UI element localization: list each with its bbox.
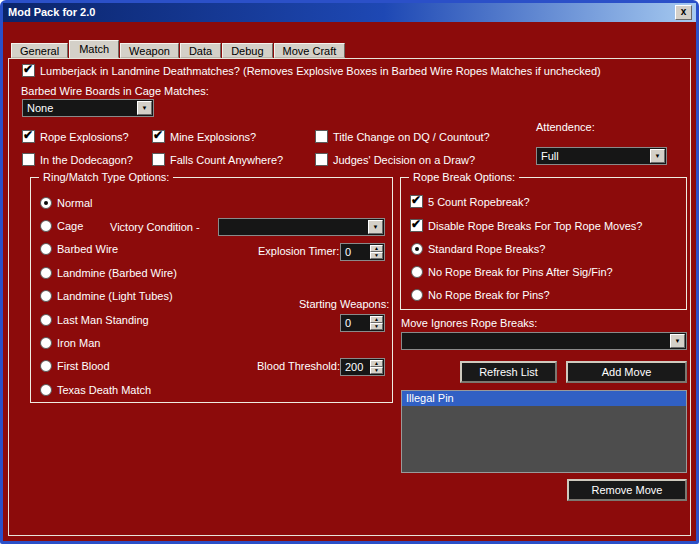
blood-threshold-label: Blood Threshold: <box>257 360 340 373</box>
radio-no-rope-break-pins-label: No Rope Break for Pins? <box>428 289 550 302</box>
tab-move-craft[interactable]: Move Craft <box>274 43 346 58</box>
mine-explosions-checkbox[interactable]: ✔ <box>152 130 165 143</box>
title-change-checkbox[interactable]: ✔ <box>315 130 328 143</box>
spinner-up-icon[interactable]: ▲ <box>370 360 383 367</box>
remove-move-button[interactable]: Remove Move <box>567 479 687 501</box>
five-count-ropebreak-checkbox[interactable]: ✔ <box>410 195 423 208</box>
attendence-value: Full <box>541 150 559 162</box>
check-icon: ✔ <box>411 217 421 231</box>
radio-iron-man-label: Iron Man <box>57 337 100 350</box>
window-title: Mod Pack for 2.0 <box>8 6 95 18</box>
radio-no-rope-break-sig-fin-label: No Rope Break for Pins After Sig/Fin? <box>428 266 613 279</box>
starting-weapons-label: Starting Weapons: <box>299 298 389 311</box>
chevron-down-icon[interactable]: ▼ <box>670 334 685 348</box>
move-ignores-label: Move Ignores Rope Breaks: <box>401 317 537 330</box>
chevron-down-icon[interactable]: ▼ <box>368 220 383 234</box>
lumberjack-checkbox[interactable]: ✔ <box>22 64 35 77</box>
attendence-label: Attendence: <box>536 121 595 134</box>
radio-texas-death-match[interactable] <box>40 384 52 396</box>
judges-decision-label: Judges' Decision on a Draw? <box>333 154 475 167</box>
add-move-button[interactable]: Add Move <box>566 361 687 383</box>
ring-match-group-title: Ring/Match Type Options: <box>39 171 173 183</box>
falls-count-checkbox[interactable]: ✔ <box>152 153 165 166</box>
cage-boards-dropdown[interactable]: None ▼ <box>22 99 154 117</box>
radio-iron-man[interactable] <box>40 337 52 349</box>
spinner-down-icon[interactable]: ▼ <box>370 367 383 374</box>
chevron-down-icon[interactable]: ▼ <box>650 149 665 163</box>
radio-first-blood-label: First Blood <box>57 360 110 373</box>
spinner-down-icon[interactable]: ▼ <box>370 252 383 259</box>
explosion-timer-input[interactable]: 0 ▲ ▼ <box>340 243 385 261</box>
title-change-label: Title Change on DQ / Countout? <box>333 131 490 144</box>
radio-standard-rope-breaks[interactable] <box>411 243 423 255</box>
tab-data[interactable]: Data <box>180 43 221 58</box>
starting-weapons-input[interactable]: 0 ▲ ▼ <box>340 314 385 332</box>
radio-landmine-tubes-label: Landmine (Light Tubes) <box>57 290 173 303</box>
tab-general[interactable]: General <box>11 43 68 58</box>
blood-threshold-value: 200 <box>345 361 363 373</box>
rope-break-group-title: Rope Break Options: <box>409 171 519 183</box>
disable-rope-breaks-checkbox[interactable]: ✔ <box>410 219 423 232</box>
falls-count-label: Falls Count Anywhere? <box>170 154 283 167</box>
radio-first-blood[interactable] <box>40 360 52 372</box>
tab-debug[interactable]: Debug <box>222 43 272 58</box>
tab-match[interactable]: Match <box>69 40 119 58</box>
victory-condition-dropdown[interactable]: ▼ <box>218 218 385 236</box>
close-icon: x <box>681 6 687 17</box>
rope-explosions-checkbox[interactable]: ✔ <box>22 130 35 143</box>
radio-last-man-standing-label: Last Man Standing <box>57 314 149 327</box>
disable-rope-breaks-label: Disable Rope Breaks For Top Rope Moves? <box>428 220 642 233</box>
spinner-up-icon[interactable]: ▲ <box>370 245 383 252</box>
tab-weapon[interactable]: Weapon <box>120 43 179 58</box>
radio-barbed-wire-label: Barbed Wire <box>57 243 118 256</box>
spinner-up-icon[interactable]: ▲ <box>370 316 383 323</box>
radio-normal-label: Normal <box>57 197 92 210</box>
radio-landmine-barbed[interactable] <box>40 267 52 279</box>
lumberjack-label: Lumberjack in Landmine Deathmatches? (Re… <box>40 65 601 78</box>
refresh-list-button[interactable]: Refresh List <box>460 361 557 383</box>
check-icon: ✔ <box>23 128 33 142</box>
tab-strip: General Match Weapon Data Debug Move Cra… <box>11 41 346 58</box>
victory-condition-label: Victory Condition - <box>110 221 200 234</box>
dodecagon-checkbox[interactable]: ✔ <box>22 153 35 166</box>
titlebar[interactable]: Mod Pack for 2.0 x <box>3 3 696 22</box>
blood-threshold-input[interactable]: 200 ▲ ▼ <box>340 358 385 376</box>
move-ignores-dropdown[interactable]: ▼ <box>401 332 687 350</box>
cage-boards-value: None <box>27 102 53 114</box>
check-icon: ✔ <box>411 193 421 207</box>
radio-last-man-standing[interactable] <box>40 314 52 326</box>
radio-no-rope-break-pins[interactable] <box>411 289 423 301</box>
rope-explosions-label: Rope Explosions? <box>40 131 129 144</box>
explosion-timer-value: 0 <box>345 246 351 258</box>
radio-landmine-barbed-label: Landmine (Barbed Wire) <box>57 267 177 280</box>
window: Mod Pack for 2.0 x General Match Weapon … <box>0 0 699 544</box>
cage-boards-label: Barbed Wire Boards in Cage Matches: <box>21 85 209 98</box>
close-button[interactable]: x <box>675 5 692 20</box>
radio-cage-label: Cage <box>57 220 83 233</box>
spinner-down-icon[interactable]: ▼ <box>370 323 383 330</box>
list-item[interactable]: Illegal Pin <box>402 391 686 406</box>
check-icon: ✔ <box>23 62 33 76</box>
explosion-timer-label: Explosion Timer: <box>258 245 339 258</box>
radio-normal[interactable] <box>40 197 52 209</box>
check-icon: ✔ <box>153 128 163 142</box>
radio-barbed-wire[interactable] <box>40 243 52 255</box>
chevron-down-icon[interactable]: ▼ <box>137 101 152 115</box>
dodecagon-label: In the Dodecagon? <box>40 154 133 167</box>
five-count-ropebreak-label: 5 Count Ropebreak? <box>428 196 530 209</box>
move-listbox[interactable]: Illegal Pin <box>401 390 687 473</box>
radio-landmine-tubes[interactable] <box>40 290 52 302</box>
mine-explosions-label: Mine Explosions? <box>170 131 256 144</box>
judges-decision-checkbox[interactable]: ✔ <box>315 153 328 166</box>
radio-standard-rope-breaks-label: Standard Rope Breaks? <box>428 243 545 256</box>
starting-weapons-value: 0 <box>345 317 351 329</box>
attendence-dropdown[interactable]: Full ▼ <box>536 147 667 165</box>
radio-cage[interactable] <box>40 220 52 232</box>
radio-texas-death-match-label: Texas Death Match <box>57 384 151 397</box>
radio-no-rope-break-sig-fin[interactable] <box>411 266 423 278</box>
